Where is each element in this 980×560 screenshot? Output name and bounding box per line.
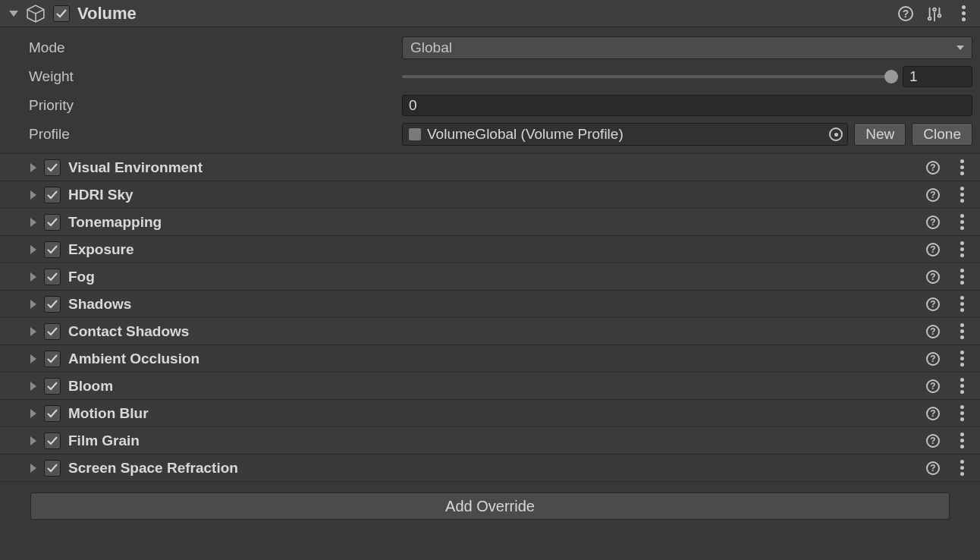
foldout-arrow-icon[interactable] [30, 436, 36, 445]
foldout-arrow-icon[interactable] [30, 382, 36, 391]
help-icon: ? [926, 325, 940, 338]
foldout-arrow-icon[interactable] [30, 272, 36, 282]
override-label: Bloom [68, 378, 113, 395]
context-menu-button[interactable] [953, 3, 974, 24]
override-label: Film Grain [68, 433, 140, 449]
override-context-menu-button[interactable] [951, 321, 972, 342]
kebab-icon [960, 405, 964, 421]
override-enable-checkbox[interactable] [44, 187, 61, 203]
override-context-menu-button[interactable] [951, 184, 972, 206]
component-title: Volume [77, 4, 137, 24]
profile-row: Profile VolumeGlobal (Volume Profile) Ne… [8, 120, 972, 149]
foldout-arrow-icon[interactable] [30, 300, 36, 309]
foldout-arrow-icon[interactable] [30, 327, 36, 336]
weight-label: Weight [8, 68, 394, 85]
kebab-icon [960, 187, 964, 203]
override-help-button[interactable]: ? [922, 403, 944, 424]
properties-section: Mode Global Weight 1 [0, 27, 980, 153]
override-label: Exposure [68, 241, 134, 258]
help-icon: ? [926, 270, 940, 284]
help-icon: ? [926, 243, 940, 256]
foldout-arrow-icon[interactable] [30, 354, 36, 363]
profile-value: VolumeGlobal (Volume Profile) [427, 126, 623, 143]
override-context-menu-button[interactable] [951, 157, 972, 178]
enable-component-checkbox[interactable] [53, 5, 70, 22]
override-context-menu-button[interactable] [951, 403, 972, 424]
override-help-button[interactable]: ? [922, 184, 944, 206]
override-enable-checkbox[interactable] [44, 405, 61, 422]
foldout-arrow-icon[interactable] [30, 163, 36, 172]
override-enable-checkbox[interactable] [44, 241, 61, 258]
override-enable-checkbox[interactable] [44, 214, 61, 231]
profile-object-field[interactable]: VolumeGlobal (Volume Profile) [402, 123, 848, 146]
override-help-button[interactable]: ? [922, 430, 944, 451]
override-enable-checkbox[interactable] [44, 378, 61, 395]
override-context-menu-button[interactable] [951, 430, 972, 451]
override-enable-checkbox[interactable] [44, 269, 61, 285]
help-icon: ? [926, 352, 940, 366]
override-row: Shadows? [0, 290, 980, 317]
kebab-icon [960, 378, 964, 394]
override-label: Visual Environment [68, 159, 203, 176]
mode-dropdown[interactable]: Global [402, 36, 972, 59]
volume-component-panel: Volume ? Mode Global [0, 0, 980, 535]
add-override-button[interactable]: Add Override [30, 492, 950, 520]
override-enable-checkbox[interactable] [44, 296, 61, 313]
kebab-icon [962, 5, 966, 21]
override-enable-checkbox[interactable] [44, 159, 61, 176]
override-label: Tonemapping [68, 214, 162, 231]
override-help-button[interactable]: ? [922, 458, 944, 479]
override-context-menu-button[interactable] [951, 239, 972, 260]
override-label: Contact Shadows [68, 323, 189, 340]
override-label: Shadows [68, 296, 131, 313]
foldout-arrow-icon[interactable] [30, 190, 36, 200]
kebab-icon [960, 460, 964, 476]
override-row: Ambient Occlusion? [0, 344, 980, 372]
kebab-icon [960, 241, 964, 257]
help-button[interactable]: ? [895, 3, 916, 24]
help-icon: ? [926, 188, 940, 202]
help-icon: ? [926, 379, 940, 393]
override-context-menu-button[interactable] [951, 266, 972, 288]
volume-component-icon [26, 4, 46, 24]
foldout-arrow-icon[interactable] [30, 218, 36, 227]
new-profile-button[interactable]: New [854, 123, 906, 146]
override-help-button[interactable]: ? [922, 157, 944, 178]
weight-slider[interactable] [402, 75, 895, 78]
override-help-button[interactable]: ? [922, 321, 944, 342]
override-enable-checkbox[interactable] [44, 460, 61, 477]
override-help-button[interactable]: ? [922, 376, 944, 397]
override-row: Film Grain? [0, 426, 980, 454]
override-enable-checkbox[interactable] [44, 351, 61, 367]
presets-button[interactable] [924, 3, 945, 24]
foldout-arrow-icon[interactable] [30, 409, 36, 418]
override-row: Bloom? [0, 372, 980, 399]
override-label: Motion Blur [68, 405, 149, 422]
override-enable-checkbox[interactable] [44, 323, 61, 340]
weight-input[interactable]: 1 [903, 66, 972, 87]
override-row: Screen Space Refraction? [0, 454, 980, 481]
foldout-arrow-icon[interactable] [30, 464, 36, 473]
help-icon: ? [926, 407, 940, 420]
slider-thumb-icon[interactable] [884, 70, 898, 83]
foldout-arrow-icon[interactable] [30, 245, 36, 254]
override-context-menu-button[interactable] [951, 458, 972, 479]
override-context-menu-button[interactable] [951, 294, 972, 315]
clone-profile-button[interactable]: Clone [912, 123, 972, 146]
kebab-icon [960, 296, 964, 312]
svg-point-5 [938, 14, 941, 17]
priority-input[interactable]: 0 [402, 95, 972, 116]
svg-point-3 [933, 8, 936, 11]
object-picker-button[interactable] [829, 127, 843, 141]
override-context-menu-button[interactable] [951, 348, 972, 370]
override-context-menu-button[interactable] [951, 212, 972, 233]
override-help-button[interactable]: ? [922, 239, 944, 260]
override-help-button[interactable]: ? [922, 266, 944, 288]
priority-label: Priority [8, 97, 394, 114]
override-help-button[interactable]: ? [922, 294, 944, 315]
override-help-button[interactable]: ? [922, 348, 944, 370]
override-context-menu-button[interactable] [951, 376, 972, 397]
override-enable-checkbox[interactable] [44, 433, 61, 449]
override-help-button[interactable]: ? [922, 212, 944, 233]
foldout-arrow-icon[interactable] [9, 11, 18, 17]
